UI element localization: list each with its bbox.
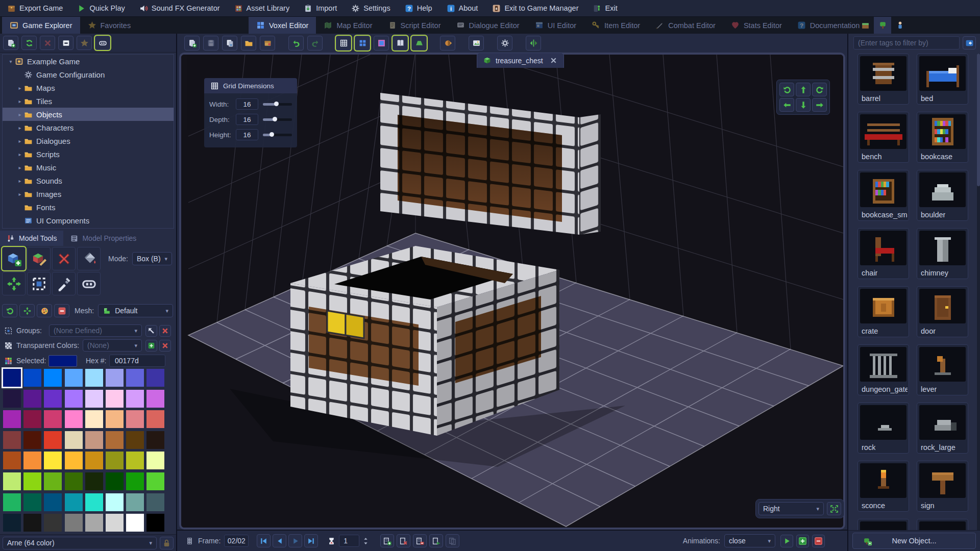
tree-item-scripts[interactable]: ▸Scripts [3,147,174,161]
tab-item-editor[interactable]: Item Editor [584,17,648,34]
delete-group-button[interactable] [159,325,171,337]
tab-model-properties[interactable]: Model Properties [63,231,143,246]
palette-swatch-20[interactable] [85,410,103,428]
palette-swatch-57[interactable] [23,514,41,532]
object-card-bench[interactable]: bench [857,112,909,163]
tree-item-tiles[interactable]: ▸Tiles [3,94,174,108]
export-box-button[interactable] [260,36,275,51]
mesh-select[interactable]: Default ▾ [98,304,173,317]
palette-swatch-50[interactable] [44,493,62,511]
menu-item-settings[interactable]: Settings [351,4,390,13]
tree-item-dialogues[interactable]: ▸Dialogues [3,134,174,147]
arrow-right-button[interactable] [812,98,827,112]
tree-item-music[interactable]: ▸Music [3,161,174,174]
menu-item-exit-to-game-manager[interactable]: Exit to Game Manager [492,4,578,13]
skip-last-button[interactable] [304,534,318,547]
skip-first-button[interactable] [257,534,271,547]
tree-item-characters[interactable]: ▸Characters [3,121,174,134]
tab-model-tools[interactable]: Model Tools [0,231,63,246]
book-pages-button[interactable] [393,36,408,51]
fit-view-button[interactable] [827,502,841,515]
menu-item-exit[interactable]: Exit [593,4,617,13]
tree-item-game-configuration[interactable]: Game Configuration [3,68,174,81]
anim-play-button[interactable] [780,535,793,547]
palette-swatch-22[interactable] [126,410,144,428]
palette-swatch-48[interactable] [3,493,21,511]
tree-item-sounds[interactable]: ▸Sounds [3,174,174,187]
mode-select[interactable]: Box (B)▾ [132,252,172,265]
palette-lock-button[interactable] [160,537,174,549]
tab-stats-editor[interactable]: Stats Editor [723,17,790,34]
select-group-button[interactable] [145,325,157,337]
menu-item-export-game[interactable]: Export Game [7,4,63,13]
tab-favorites[interactable]: Favorites [80,17,139,34]
palette-swatch-9[interactable] [23,390,41,408]
palette-swatch-1[interactable] [23,369,41,387]
palette-swatch-58[interactable] [44,514,62,532]
palette-swatch-5[interactable] [106,369,124,387]
frame-add-button[interactable] [380,534,394,547]
palette-swatch-2[interactable] [44,369,62,387]
palette-swatch-35[interactable] [65,452,83,469]
arrow-left-button[interactable] [779,98,794,112]
image-button[interactable] [469,36,484,51]
delete-x-button[interactable] [40,36,55,50]
palette-swatch-4[interactable] [85,369,103,387]
grid-dim-value-2[interactable]: 16 [236,129,258,140]
object-card-sconce[interactable]: sconce [857,461,909,512]
palette-swatch-8[interactable] [3,390,21,408]
palette-swatch-46[interactable] [126,472,144,490]
new-file-button[interactable] [184,36,200,51]
palette-swatch-33[interactable] [23,452,41,469]
squares-toggle-button[interactable] [355,36,370,51]
palette-swatch-26[interactable] [44,431,62,449]
object-card-partial[interactable] [917,519,968,531]
palette-swatch-59[interactable] [65,514,83,532]
tree-item-images[interactable]: ▸Images [3,187,174,201]
undo-button[interactable] [288,36,304,51]
arrow-down-button[interactable] [796,98,811,112]
object-card-bookcase[interactable]: bookcase [917,112,968,163]
grid-dim-value-1[interactable]: 16 [236,114,258,125]
object-card-bookcase_sma[interactable]: bookcase_sma... [857,170,909,221]
play-button[interactable] [288,534,302,547]
frame-clear-button[interactable] [397,534,410,547]
menu-item-help[interactable]: ?Help [405,4,432,13]
object-card-partial[interactable] [857,519,909,531]
gear-button[interactable] [497,36,512,51]
panel-toggle-button[interactable] [95,36,110,50]
favorite-star-button[interactable] [77,36,92,50]
stepper-control[interactable] [361,537,370,545]
palette-swatch-30[interactable] [126,431,144,449]
tree-item-maps[interactable]: ▸Maps [3,81,174,94]
object-card-dungeon_gate[interactable]: dungeon_gate... [857,344,909,395]
paint-voxel-tool-button[interactable] [27,247,51,270]
tab-script-editor[interactable]: Script Editor [380,17,449,34]
tab-documentation[interactable]: ?Documentation [790,17,868,34]
palette-swatch-29[interactable] [106,431,124,449]
palette-swatch-11[interactable] [65,390,83,408]
copy-button[interactable] [222,36,237,51]
add-plus-button[interactable] [796,535,809,547]
translate-sm-button[interactable] [19,304,35,317]
object-card-rock_large[interactable]: rock_large [917,403,968,454]
menu-item-about[interactable]: iAbout [447,4,478,13]
square-pink-button[interactable] [374,36,389,51]
palette-swatch-21[interactable] [106,410,124,428]
palette-swatch-40[interactable] [3,472,21,490]
palette-swatch-49[interactable] [23,493,41,511]
palette-swatch-44[interactable] [85,472,103,490]
grid-dim-value-0[interactable]: 16 [236,98,258,110]
palette-swatch-13[interactable] [106,390,124,408]
palette-swatch-25[interactable] [23,431,41,449]
transparent-colors-select[interactable]: (None)▾ [83,339,142,352]
add-transparent-color-button[interactable] [145,340,157,352]
hex-input[interactable]: 00177d [109,355,165,367]
animation-select[interactable]: close▾ [724,534,775,547]
palette-swatch-18[interactable] [44,410,62,428]
palette-swatch-60[interactable] [85,514,103,532]
object-card-bed[interactable]: bed [917,54,968,105]
frame-minus-button[interactable] [413,534,427,547]
tab-voxel-editor[interactable]: Voxel Editor [249,17,316,34]
palette-swatch-16[interactable] [3,410,21,428]
